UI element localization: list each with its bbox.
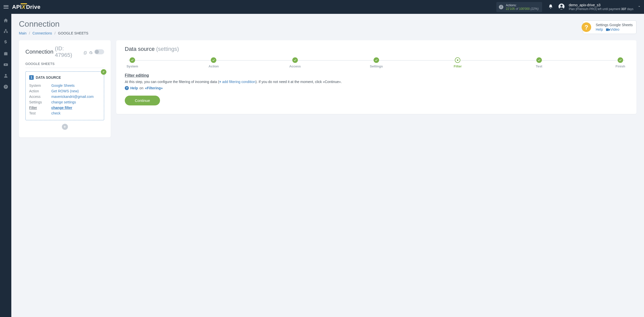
- svg-point-6: [5, 74, 7, 76]
- logo-text-drive: Drive: [26, 4, 41, 10]
- wizard-stepper: System Action Access Settings Filter Tes…: [125, 57, 628, 68]
- help-question-icon[interactable]: ?: [582, 22, 591, 32]
- breadcrumb: Main / Connections / GOOGLE SHEETS: [19, 31, 636, 35]
- page-title: Connection: [19, 19, 636, 29]
- step-settings[interactable]: Settings: [369, 57, 384, 68]
- svg-rect-3: [4, 32, 5, 33]
- info-icon: i: [499, 5, 503, 9]
- nav-sitemap-icon[interactable]: [3, 29, 8, 34]
- ds-number-badge: 1: [29, 75, 34, 80]
- step-system[interactable]: System: [125, 57, 140, 68]
- account-plan: Plan |Premium PRO| left until payment 33…: [569, 7, 633, 11]
- actions-usage-box[interactable]: i Actions: 22'105 of 100'000 (22%): [496, 2, 542, 12]
- account-block[interactable]: demo_apix-drive_s3 Plan |Premium PRO| le…: [569, 3, 633, 11]
- svg-text:?: ?: [5, 85, 7, 88]
- actions-pct: (22%): [531, 7, 539, 11]
- gear-icon[interactable]: [89, 50, 93, 54]
- continue-button[interactable]: Continue: [125, 96, 160, 105]
- video-camera-icon: [606, 27, 610, 30]
- question-circle-icon: ?: [125, 86, 129, 90]
- nav-video-icon[interactable]: [3, 62, 8, 67]
- hamburger-menu[interactable]: [3, 4, 9, 10]
- ds-row-access: Accessmaverickandrii@gmail.com: [29, 94, 100, 99]
- filter-description: At this step, you can configure the filt…: [125, 79, 628, 85]
- svg-rect-11: [84, 52, 86, 54]
- breadcrumb-connections[interactable]: Connections: [32, 31, 52, 35]
- video-link[interactable]: Video: [611, 27, 620, 31]
- help-link[interactable]: Help: [596, 27, 603, 31]
- help-box-title: Settings Google Sheets: [596, 23, 633, 27]
- ds-row-test: Testcheck: [29, 110, 100, 116]
- breadcrumb-current: GOOGLE SHEETS: [58, 31, 89, 35]
- ds-row-settings: Settingschange settings: [29, 99, 100, 105]
- actions-of: of: [516, 7, 518, 11]
- actions-total: 100'000: [519, 7, 530, 11]
- add-filter-condition-link[interactable]: add filtering condition: [222, 80, 255, 84]
- svg-rect-2: [5, 29, 6, 30]
- filter-help-line: ? Help on «Filtering»: [125, 86, 628, 90]
- add-destination-button[interactable]: +: [62, 124, 68, 130]
- nav-billing-icon[interactable]: [3, 40, 8, 45]
- connection-system-name: GOOGLE SHEETS: [25, 62, 104, 68]
- contextual-help-box: ? Settings Google Sheets Help Video: [583, 20, 636, 34]
- step-test[interactable]: Test: [532, 57, 547, 68]
- ds-row-action: ActionGet ROWS (new): [29, 88, 100, 94]
- side-heading: Connection: [25, 49, 53, 55]
- main-subtitle: (settings): [156, 46, 179, 52]
- ds-row-system: SystemGoogle Sheets: [29, 83, 100, 88]
- nav-briefcase-icon[interactable]: [3, 51, 8, 56]
- plus-icon: +: [219, 80, 222, 84]
- nav-user-icon[interactable]: [3, 73, 8, 78]
- step-filter[interactable]: Filter: [450, 57, 465, 68]
- svg-rect-9: [606, 28, 609, 31]
- svg-rect-4: [7, 32, 7, 33]
- ds-section-label: DATA SOURCE: [36, 75, 61, 80]
- notifications-icon[interactable]: [548, 4, 553, 10]
- account-name: demo_apix-drive_s3: [569, 3, 633, 7]
- connection-toggle[interactable]: [94, 49, 104, 54]
- actions-label: Actions:: [506, 4, 539, 7]
- data-source-box: 1 DATA SOURCE SystemGoogle Sheets Action…: [25, 71, 104, 120]
- nav-help-icon[interactable]: ?: [3, 84, 8, 89]
- breadcrumb-main[interactable]: Main: [19, 31, 26, 35]
- copy-icon[interactable]: [83, 50, 87, 54]
- chevron-down-icon[interactable]: [637, 5, 641, 9]
- checkmark-icon: [101, 69, 106, 75]
- logo[interactable]: API X Drive: [12, 4, 41, 10]
- step-action[interactable]: Action: [206, 57, 221, 68]
- actions-used: 22'105: [506, 7, 515, 11]
- svg-rect-10: [85, 51, 87, 54]
- ds-row-filter: Filterchange filter: [29, 105, 100, 110]
- step-finish[interactable]: Finish: [613, 57, 628, 68]
- avatar-icon[interactable]: [558, 3, 565, 11]
- filter-heading: Filter editing: [125, 73, 628, 78]
- step-access[interactable]: Access: [288, 57, 303, 68]
- connection-id: (ID: 47965): [55, 45, 82, 58]
- help-on-filtering-link[interactable]: Help: [130, 86, 138, 90]
- logo-text-api: API: [12, 4, 22, 10]
- logo-text-x: X: [22, 4, 25, 10]
- svg-point-1: [560, 5, 563, 7]
- main-title: Data source: [125, 46, 155, 52]
- nav-home-icon[interactable]: [3, 18, 8, 23]
